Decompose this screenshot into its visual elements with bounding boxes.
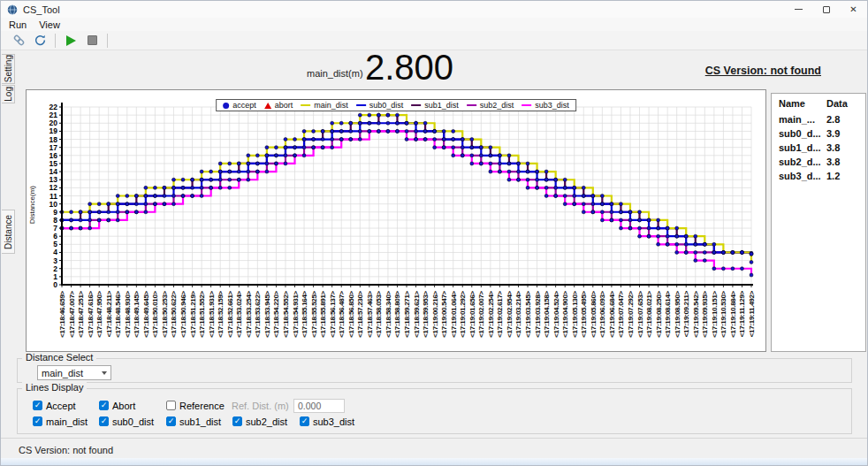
stop-button[interactable] (81, 32, 103, 50)
legend-item-sub2_dist: sub2_dist (467, 101, 514, 110)
svg-text:<17:19:10.151>: <17:19:10.151> (711, 290, 719, 337)
table-row: sub2_d...3.8 (772, 155, 865, 169)
application-window: CS_Tool ✕ Run View (0, 0, 868, 466)
svg-text:0: 0 (53, 280, 57, 289)
svg-text:12: 12 (49, 183, 58, 192)
legend-line-icon (411, 104, 421, 106)
svg-text:<17:19:06.684>: <17:19:06.684> (608, 290, 616, 337)
name-cell: sub1_d... (779, 142, 826, 153)
chart-legend: acceptabortmain_distsub0_distsub1_distsu… (216, 99, 576, 111)
svg-text:17: 17 (49, 143, 58, 152)
svg-text:<17:18:58.340>: <17:18:58.340> (385, 290, 392, 337)
svg-text:2: 2 (53, 264, 57, 273)
checkbox-icon: ✓ (33, 401, 42, 410)
svg-text:5: 5 (53, 240, 57, 248)
tab-distance[interactable]: Distance (2, 210, 15, 254)
legend-label: accept (232, 101, 256, 110)
svg-text:<17:19:02.007>: <17:19:02.007> (477, 290, 485, 337)
legend-item-sub0_dist: sub0_dist (356, 101, 404, 110)
distance-select-label: Distance Select (22, 352, 96, 363)
svg-text:8: 8 (53, 216, 57, 225)
svg-text:19: 19 (49, 126, 58, 135)
svg-text:<17:19:03.928>: <17:19:03.928> (534, 290, 542, 337)
legend-label: abort (275, 101, 293, 110)
name-cell: sub0_d... (779, 128, 826, 139)
checkbox-abort[interactable]: ✓Abort (99, 400, 135, 411)
svg-text:10: 10 (49, 200, 58, 209)
svg-text:<17:19:01.064>: <17:19:01.064> (450, 290, 458, 337)
checkbox-label: sub2_dist (246, 416, 287, 427)
run-button[interactable] (60, 32, 81, 50)
checkbox-sub1_dist[interactable]: ✓sub1_dist (166, 416, 221, 427)
svg-text:<17:18:54.931>: <17:18:54.931> (292, 290, 300, 337)
svg-text:<17:19:07.653>: <17:19:07.653> (636, 290, 644, 337)
distance-select-combobox[interactable]: main_dist (37, 365, 111, 380)
svg-text:18: 18 (49, 135, 58, 144)
checkbox-label: sub0_dist (112, 416, 154, 427)
checkbox-sub2_dist[interactable]: ✓sub2_dist (232, 416, 287, 427)
tab-setting[interactable]: Setting (2, 54, 15, 84)
checkbox-main_dist[interactable]: ✓main_dist (33, 416, 88, 427)
column-header-name: Name (779, 98, 826, 109)
status-bar: CS Version: not found (1, 438, 867, 460)
stop-icon (88, 35, 97, 45)
checkbox-sub0_dist[interactable]: ✓sub0_dist (99, 416, 154, 427)
tab-label: Log (4, 87, 13, 102)
legend-item-abort: abort (264, 101, 293, 110)
close-button[interactable]: ✕ (840, 1, 867, 18)
sync-button[interactable] (29, 32, 50, 50)
svg-text:<17:19:03.545>: <17:19:03.545> (524, 290, 532, 337)
svg-text:<17:19:10.884>: <17:19:10.884> (729, 290, 737, 337)
svg-text:<17:18:57.230>: <17:18:57.230> (356, 290, 364, 337)
svg-text:<17:19:05.130>: <17:19:05.130> (571, 290, 579, 337)
legend-item-main_dist: main_dist (301, 101, 348, 110)
svg-text:<17:18:47.950>: <17:18:47.950> (95, 290, 103, 337)
checkbox-label: sub3_dist (313, 416, 354, 427)
svg-text:<17:18:50.946>: <17:18:50.946> (179, 290, 187, 337)
svg-text:<17:18:53.024>: <17:18:53.024> (235, 290, 243, 337)
svg-text:15: 15 (49, 159, 58, 168)
menu-bar: Run View (1, 18, 867, 31)
data-table: NameDatamain_...2.8sub0_d...3.9sub1_d...… (772, 94, 865, 183)
svg-text:7: 7 (53, 224, 57, 233)
svg-text:<17:18:52.159>: <17:18:52.159> (217, 290, 225, 337)
tab-label: Distance (4, 215, 13, 249)
tab-log[interactable]: Log (2, 85, 15, 103)
svg-text:<17:19:09.211>: <17:19:09.211> (682, 290, 690, 337)
checkbox-sub3_dist[interactable]: ✓sub3_dist (300, 416, 354, 427)
svg-text:<17:18:48.546>: <17:18:48.546> (114, 290, 122, 337)
menu-run[interactable]: Run (9, 19, 27, 30)
legend-line-icon (522, 104, 531, 106)
checkbox-accept[interactable]: ✓Accept (33, 400, 76, 411)
metric-label: main_dist(m) (307, 68, 363, 79)
legend-dot-icon (223, 103, 229, 109)
minimize-button[interactable] (785, 1, 812, 18)
table-header-row: NameData (772, 94, 865, 112)
legend-label: main_dist (314, 101, 348, 110)
menu-view[interactable]: View (39, 19, 60, 30)
svg-text:6: 6 (53, 232, 57, 241)
checkbox-icon: ✓ (33, 416, 42, 426)
close-icon: ✕ (849, 4, 857, 14)
checkbox-icon: ✓ (99, 401, 109, 410)
toolbar-separator (107, 34, 108, 48)
status-text: CS Version: not found (19, 445, 113, 455)
ref-dist-label: Ref. Dist. (m) (232, 401, 289, 411)
svg-text:<17:18:56.137>: <17:18:56.137> (329, 290, 337, 337)
svg-text:<17:18:50.010>: <17:18:50.010> (151, 290, 159, 337)
checkbox-icon: ✓ (166, 416, 176, 426)
svg-text:<17:18:50.622>: <17:18:50.622> (170, 290, 178, 337)
svg-text:<17:18:59.953>: <17:18:59.953> (422, 290, 430, 337)
svg-text:<17:18:48.930>: <17:18:48.930> (124, 290, 132, 337)
checkbox-reference[interactable]: Reference (166, 400, 225, 411)
y-axis-title: Distance(m) (28, 186, 36, 224)
maximize-button[interactable] (812, 1, 840, 18)
legend-label: sub1_dist (424, 101, 459, 110)
svg-text:<17:18:51.552>: <17:18:51.552> (198, 290, 206, 337)
link-button[interactable] (8, 32, 29, 50)
svg-text:<17:19:02.617>: <17:19:02.617> (496, 290, 504, 337)
svg-text:<17:19:00.547>: <17:19:00.547> (440, 290, 448, 337)
ref-dist-input[interactable] (293, 399, 345, 413)
svg-text:<17:19:04.524>: <17:19:04.524> (552, 290, 560, 337)
svg-text:<17:19:08.950>: <17:19:08.950> (674, 290, 681, 337)
